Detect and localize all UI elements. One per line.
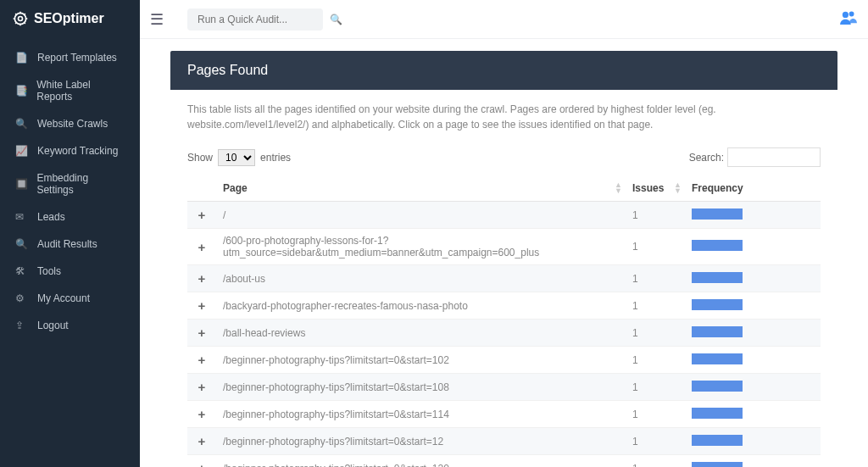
sidebar-item-audit-results[interactable]: 🔍Audit Results <box>0 231 140 258</box>
copy-icon: 📑 <box>15 85 28 97</box>
table-row[interactable]: +/beginner-photography-tips?limitstart=0… <box>187 455 821 468</box>
cell-page: /beginner-photography-tips?limitstart=0&… <box>216 428 626 455</box>
table-row[interactable]: +/about-us1 <box>187 265 821 292</box>
col-page[interactable]: Page▲▼ <box>216 175 626 202</box>
cell-issues: 1 <box>626 374 685 401</box>
sidebar-item-tools[interactable]: 🛠Tools <box>0 258 140 285</box>
col-issues[interactable]: Issues▲▼ <box>626 175 685 202</box>
search-icon: 🔍 <box>15 238 29 250</box>
expand-icon[interactable]: + <box>198 271 206 286</box>
gear-icon: ⚙ <box>15 292 29 304</box>
col-frequency[interactable]: Frequency <box>685 175 821 202</box>
table-row[interactable]: +/ball-head-reviews1 <box>187 320 821 347</box>
cell-frequency <box>685 265 821 292</box>
logout-icon: ⇪ <box>15 320 29 331</box>
cell-frequency <box>685 229 821 265</box>
sidebar-item-embedding-settings[interactable]: 🔲Embedding Settings <box>0 164 140 203</box>
cell-issues: 1 <box>626 320 685 347</box>
table-row[interactable]: +/600-pro-photography-lessons-for-1?utm_… <box>187 229 821 265</box>
table-controls: Show 10 entries Search: <box>187 147 821 167</box>
svg-point-3 <box>849 12 854 17</box>
panel-header: Pages Found <box>170 51 837 90</box>
content: Pages Found This table lists all the pag… <box>140 39 868 467</box>
sort-icon: ▲▼ <box>615 182 622 194</box>
panel-description: This table lists all the pages identifie… <box>187 102 821 132</box>
entries-select[interactable]: 10 <box>218 149 255 166</box>
sidebar-item-keyword-tracking[interactable]: 📈Keyword Tracking <box>0 137 140 164</box>
cell-issues: 1 <box>626 428 685 455</box>
pages-table: Page▲▼ Issues▲▼ Frequency +/1+/600-pro-p… <box>187 175 821 467</box>
frequency-bar <box>692 353 743 364</box>
mail-icon: ✉ <box>15 211 29 223</box>
expand-icon[interactable]: + <box>198 353 206 367</box>
quick-audit-input[interactable] <box>198 14 325 25</box>
sidebar: SEOptimer 📄Report Templates 📑White Label… <box>0 0 140 467</box>
sidebar-item-website-crawls[interactable]: 🔍Website Crawls <box>0 110 140 137</box>
document-icon: 📄 <box>15 52 29 64</box>
table-row[interactable]: +/beginner-photography-tips?limitstart=0… <box>187 428 821 455</box>
panel-body: This table lists all the pages identifie… <box>170 90 837 467</box>
cell-page: /beginner-photography-tips?limitstart=0&… <box>216 401 626 428</box>
show-label: Show <box>187 152 213 164</box>
cell-page: /600-pro-photography-lessons-for-1?utm_s… <box>216 229 626 265</box>
cell-page: /beginner-photography-tips?limitstart=0&… <box>216 374 626 401</box>
table-row[interactable]: +/beginner-photography-tips?limitstart=0… <box>187 347 821 374</box>
cell-page: /ball-head-reviews <box>216 320 626 347</box>
table-row[interactable]: +/1 <box>187 202 821 229</box>
cell-frequency <box>685 374 821 401</box>
frequency-bar <box>692 240 743 251</box>
expand-icon[interactable]: + <box>198 325 206 340</box>
cell-page: /beginner-photography-tips?limitstart=0&… <box>216 455 626 468</box>
cell-issues: 1 <box>626 455 685 468</box>
panel-title: Pages Found <box>187 63 268 77</box>
cell-issues: 1 <box>626 202 685 229</box>
cell-issues: 1 <box>626 401 685 428</box>
frequency-bar <box>692 435 743 446</box>
nav: 📄Report Templates 📑White Label Reports 🔍… <box>0 37 140 339</box>
entries-label: entries <box>260 152 291 164</box>
logo-text: SEOptimer <box>34 11 104 26</box>
logo-icon <box>12 10 29 27</box>
sidebar-item-report-templates[interactable]: 📄Report Templates <box>0 44 140 71</box>
sidebar-item-leads[interactable]: ✉Leads <box>0 203 140 231</box>
cell-page: /beginner-photography-tips?limitstart=0&… <box>216 347 626 374</box>
sidebar-item-my-account[interactable]: ⚙My Account <box>0 285 140 312</box>
cell-issues: 1 <box>626 292 685 320</box>
cell-frequency <box>685 292 821 320</box>
table-row[interactable]: +/beginner-photography-tips?limitstart=0… <box>187 374 821 401</box>
search-icon[interactable]: 🔍 <box>330 14 342 25</box>
expand-icon[interactable]: + <box>198 240 206 254</box>
search-input[interactable] <box>727 147 821 167</box>
cell-issues: 1 <box>626 229 685 265</box>
topbar: ☰ 🔍 <box>140 0 868 39</box>
expand-icon[interactable]: + <box>198 208 206 222</box>
expand-icon[interactable]: + <box>198 380 206 394</box>
expand-icon[interactable]: + <box>198 298 206 313</box>
sort-icon: ▲▼ <box>674 182 682 194</box>
frequency-bar <box>692 299 743 310</box>
quick-audit[interactable]: 🔍 <box>187 8 323 31</box>
cell-page: /backyard-photographer-recreates-famous-… <box>216 292 626 320</box>
frequency-bar <box>692 208 743 220</box>
users-icon[interactable] <box>839 10 858 28</box>
cell-issues: 1 <box>626 347 685 374</box>
expand-icon[interactable]: + <box>198 461 206 467</box>
cell-frequency <box>685 428 821 455</box>
sidebar-item-logout[interactable]: ⇪Logout <box>0 312 140 339</box>
cell-frequency <box>685 320 821 347</box>
search-icon: 🔍 <box>15 118 29 130</box>
cell-frequency <box>685 202 821 229</box>
col-expand <box>187 175 216 202</box>
code-icon: 🔲 <box>15 178 28 190</box>
frequency-bar <box>692 272 743 283</box>
cell-page: / <box>216 202 626 229</box>
frequency-bar <box>692 326 743 337</box>
hamburger-icon[interactable]: ☰ <box>150 10 164 29</box>
expand-icon[interactable]: + <box>198 434 206 448</box>
logo[interactable]: SEOptimer <box>0 0 140 37</box>
table-row[interactable]: +/beginner-photography-tips?limitstart=0… <box>187 401 821 428</box>
cell-frequency <box>685 455 821 468</box>
expand-icon[interactable]: + <box>198 407 206 421</box>
table-row[interactable]: +/backyard-photographer-recreates-famous… <box>187 292 821 320</box>
sidebar-item-white-label-reports[interactable]: 📑White Label Reports <box>0 71 140 110</box>
